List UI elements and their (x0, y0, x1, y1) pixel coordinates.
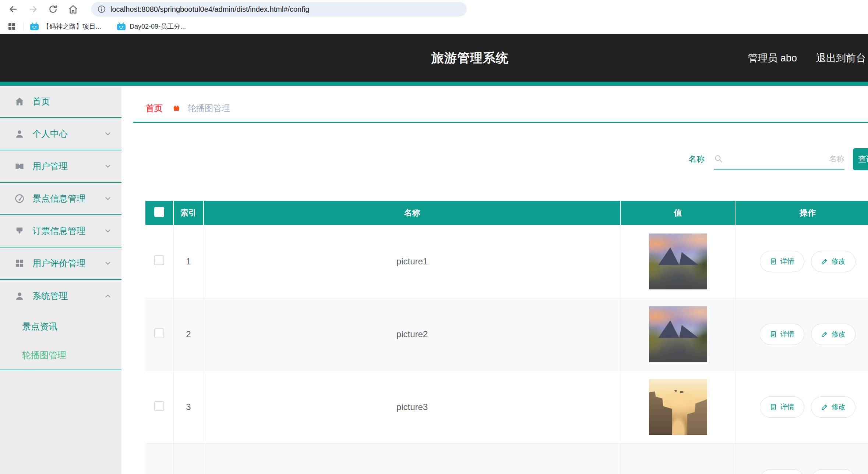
system-submenu: 景点资讯 轮播图管理 (0, 312, 121, 370)
chevron-down-icon (104, 162, 112, 170)
row-name: picture2 (204, 298, 621, 371)
header-index: 索引 (173, 201, 204, 225)
content: 首页 轮播图管理 名称 查询 索 (121, 86, 868, 474)
table-header-row: 索引 名称 值 操作 (145, 201, 868, 225)
row-checkbox[interactable] (154, 401, 164, 411)
grid-icon (14, 259, 25, 268)
detail-button[interactable]: 详情 (760, 251, 804, 272)
search-row: 名称 查询 (121, 148, 868, 171)
breadcrumb-home[interactable]: 首页 (146, 103, 163, 114)
sidebar-item-profile[interactable]: 个人中心 (0, 118, 121, 150)
table-row: 4 homepage 无图片 详情 修改 (145, 443, 868, 474)
search-input[interactable] (723, 154, 844, 163)
row-name: homepage (204, 443, 621, 474)
edit-button[interactable]: 修改 (811, 396, 855, 418)
brush-icon (14, 226, 25, 236)
bookmarks-bar: 【码神之路】项目... Day02-09-员工分... (0, 18, 868, 34)
carousel-table: 索引 名称 值 操作 1 picture1 (145, 201, 868, 474)
sidebar: 首页 个人中心 用户管理 (0, 86, 121, 474)
chevron-down-icon (104, 195, 112, 203)
carousel-image (649, 234, 707, 289)
header-name: 名称 (204, 201, 621, 225)
apps-grid-icon[interactable] (5, 20, 18, 33)
row-checkbox[interactable] (154, 328, 164, 338)
url-text: localhost:8080/springbootul0e4/admin/dis… (110, 5, 309, 14)
edit-icon (821, 258, 828, 265)
submenu-item-carousel[interactable]: 轮播图管理 (0, 341, 121, 370)
chevron-down-icon (104, 259, 112, 267)
logout-link[interactable]: 退出到前台 (816, 51, 866, 65)
document-icon (770, 258, 777, 265)
sidebar-item-reviews[interactable]: 用户评价管理 (0, 247, 121, 280)
edit-icon (821, 403, 828, 411)
row-index: 4 (173, 443, 204, 474)
divider (24, 22, 24, 31)
search-icon (714, 154, 723, 164)
carousel-image (649, 306, 707, 362)
bookmark-item[interactable]: 【码神之路】项目... (30, 22, 101, 31)
sidebar-item-home[interactable]: 首页 (0, 86, 121, 118)
row-index: 3 (173, 371, 204, 443)
submenu-item-label: 景点资讯 (22, 321, 57, 332)
accent-bar (0, 82, 868, 86)
detail-button[interactable]: 详情 (760, 324, 804, 345)
chevron-down-icon (104, 227, 112, 235)
bookmark-item[interactable]: Day02-09-员工分... (117, 22, 186, 31)
back-icon[interactable] (7, 3, 20, 16)
select-all-checkbox[interactable] (154, 207, 164, 217)
document-icon (770, 331, 777, 338)
person-icon (14, 291, 25, 301)
detail-button[interactable]: 详情 (760, 396, 804, 418)
chevron-up-icon (104, 292, 112, 300)
app-title: 旅游管理系统 (431, 50, 509, 67)
forward-icon[interactable] (27, 3, 40, 16)
browser-chrome: localhost:8080/springbootul0e4/admin/dis… (0, 0, 868, 34)
divider (133, 122, 868, 123)
breadcrumb: 首页 轮播图管理 (121, 86, 868, 115)
breadcrumb-separator-icon (172, 104, 180, 112)
odometer-icon (14, 193, 25, 204)
home-icon[interactable] (66, 3, 80, 16)
film-icon (14, 161, 25, 171)
search-input-wrap (714, 149, 844, 170)
document-icon (770, 403, 777, 411)
sidebar-item-label: 用户管理 (32, 160, 104, 172)
info-icon (97, 5, 106, 14)
detail-button[interactable]: 详情 (760, 469, 804, 474)
submenu-item-label: 轮播图管理 (22, 349, 66, 361)
row-name: picture3 (204, 371, 621, 443)
row-index: 1 (173, 225, 204, 298)
chevron-down-icon (104, 130, 112, 138)
edit-button[interactable]: 修改 (811, 251, 855, 272)
sidebar-item-label: 个人中心 (32, 128, 104, 140)
app-header: 旅游管理系统 管理员 abo 退出到前台 (0, 34, 868, 82)
sidebar-item-label: 订票信息管理 (32, 225, 104, 237)
table-row: 1 picture1 详情 修改 (145, 225, 868, 298)
search-button[interactable]: 查询 (853, 148, 868, 170)
home-icon (14, 96, 25, 107)
sidebar-item-scenic-info[interactable]: 景点信息管理 (0, 183, 121, 215)
row-name: picture1 (204, 225, 621, 298)
edit-icon (821, 331, 828, 338)
sidebar-item-users[interactable]: 用户管理 (0, 150, 121, 183)
submenu-item-scenic-news[interactable]: 景点资讯 (0, 312, 121, 341)
carousel-image (649, 379, 707, 435)
bookmark-label: Day02-09-员工分... (130, 22, 186, 31)
refresh-icon[interactable] (46, 3, 60, 16)
sidebar-item-system[interactable]: 系统管理 (0, 280, 121, 312)
browser-toolbar: localhost:8080/springbootul0e4/admin/dis… (0, 0, 868, 18)
sidebar-item-label: 景点信息管理 (32, 193, 104, 204)
admin-label: 管理员 abo (748, 51, 797, 65)
sidebar-item-label: 系统管理 (32, 290, 104, 302)
row-checkbox[interactable] (154, 255, 164, 265)
bilibili-icon (30, 22, 39, 31)
bookmark-label: 【码神之路】项目... (43, 22, 101, 31)
edit-button[interactable]: 修改 (811, 469, 855, 474)
address-bar[interactable]: localhost:8080/springbootul0e4/admin/dis… (91, 2, 467, 17)
table-row: 2 picture2 详情 修改 (145, 298, 868, 371)
sidebar-item-label: 首页 (32, 96, 112, 107)
row-index: 2 (173, 298, 204, 371)
header-checkbox-cell (145, 201, 173, 225)
sidebar-item-booking[interactable]: 订票信息管理 (0, 215, 121, 247)
edit-button[interactable]: 修改 (811, 324, 855, 345)
